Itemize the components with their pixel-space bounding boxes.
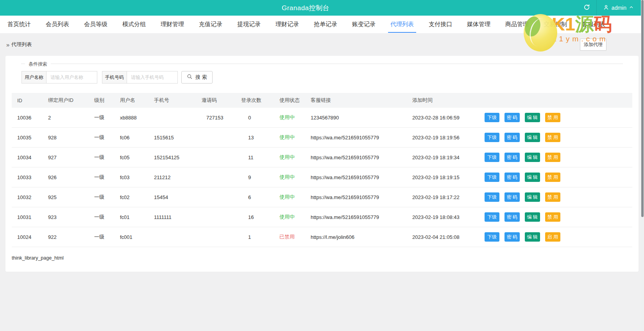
sub-agent-button[interactable]: 下级 xyxy=(485,212,499,222)
password-button[interactable]: 密 码 xyxy=(504,192,520,202)
search-button[interactable]: 搜 索 xyxy=(181,71,213,84)
nav-item[interactable]: 媒体管理 xyxy=(460,16,498,33)
cell-invite-code xyxy=(196,128,236,148)
cell-bind-uid: 922 xyxy=(43,227,89,247)
toggle-button[interactable]: 禁 用 xyxy=(545,133,560,142)
column-header: ID xyxy=(12,93,43,108)
edit-button[interactable]: 编 辑 xyxy=(525,173,540,182)
cell-service-link: https://wa.me/5216591055779 xyxy=(305,148,407,167)
nav-item-label: 客服列表 xyxy=(582,21,605,28)
cell-created-at: 2023-02-04 21:05:08 xyxy=(407,227,479,247)
nav-item[interactable]: 抢单记录 xyxy=(306,16,345,33)
refresh-button[interactable] xyxy=(577,0,596,16)
footer-text: think_library_page_html xyxy=(12,255,632,261)
password-button[interactable]: 密 码 xyxy=(504,232,520,242)
sub-agent-button[interactable]: 下级 xyxy=(485,232,499,242)
nav-item[interactable]: 会员列表 xyxy=(38,16,77,33)
username-group: 用户名称 xyxy=(21,71,97,84)
phone-input[interactable] xyxy=(127,71,178,84)
column-header: 使用状态 xyxy=(274,93,305,108)
app-title: Granada控制台 xyxy=(282,4,329,12)
nav-item[interactable]: 首页统计 xyxy=(0,16,38,33)
cell-id: 10024 xyxy=(12,227,43,247)
agents-table: ID绑定用户ID级别用户名手机号邀请码登录次数使用状态客服链接添加时间 1003… xyxy=(12,93,632,247)
table-row: 10032 925 一级 fc02 15454 6 使用中 https://wa… xyxy=(12,187,632,207)
cell-level: 一级 xyxy=(89,108,114,128)
breadcrumb: 代理列表 xyxy=(11,41,32,48)
nav-item[interactable]: 支付接口 xyxy=(421,16,460,33)
topbar-actions: admin xyxy=(577,0,640,16)
cell-bind-uid: 928 xyxy=(43,128,89,148)
nav-item-label: 支付接口 xyxy=(429,21,452,28)
cell-username: fc06 xyxy=(114,128,148,148)
nav-item[interactable]: 模式分组 xyxy=(115,16,153,33)
table-row: 10034 927 一级 fc05 152154125 11 使用中 https… xyxy=(12,148,632,167)
toggle-button[interactable]: 禁 用 xyxy=(545,113,560,122)
cell-invite-code xyxy=(196,207,236,227)
add-agent-button[interactable]: 添加代理 xyxy=(580,39,606,51)
cell-service-link: https://l.me/jolin606 xyxy=(305,227,407,247)
toggle-button[interactable]: 启 用 xyxy=(545,232,560,242)
search-legend: 条件搜索 xyxy=(25,61,51,68)
sub-agent-button[interactable]: 下级 xyxy=(485,153,499,162)
cell-service-link: 1234567890 xyxy=(305,108,407,128)
cell-phone xyxy=(148,227,196,247)
cell-actions: 下级 密 码 编 辑 禁 用 xyxy=(479,108,632,128)
nav-item[interactable]: 商品管理 xyxy=(498,16,536,33)
sub-agent-button[interactable]: 下级 xyxy=(485,173,499,182)
username-label: 用户名称 xyxy=(21,71,46,84)
nav-item[interactable]: 代理列表 xyxy=(383,16,421,33)
toggle-button[interactable]: 禁 用 xyxy=(545,192,560,202)
column-header: 用户名 xyxy=(114,93,148,108)
scrollbar-thumb[interactable] xyxy=(641,0,644,217)
nav-item[interactable]: 客服列表 xyxy=(574,16,613,33)
nav-item[interactable]: 理财管理 xyxy=(153,16,191,33)
password-button[interactable]: 密 码 xyxy=(504,113,520,122)
cell-created-at: 2023-02-19 18:19:34 xyxy=(407,148,479,167)
nav-item[interactable]: 充值记录 xyxy=(191,16,230,33)
nav-item-label: 交易控制 xyxy=(544,21,567,28)
nav-item[interactable]: 会员等级 xyxy=(77,16,115,33)
cell-actions: 下级 密 码 编 辑 禁 用 xyxy=(479,187,632,207)
scrollbar[interactable] xyxy=(641,0,644,331)
nav-item[interactable]: 提现记录 xyxy=(230,16,268,33)
password-button[interactable]: 密 码 xyxy=(504,153,520,162)
table-row: 10024 922 一级 fc001 1 已禁用 https://l.me/jo… xyxy=(12,227,632,247)
edit-button[interactable]: 编 辑 xyxy=(525,212,540,222)
password-button[interactable]: 密 码 xyxy=(504,173,520,182)
cell-phone xyxy=(148,108,196,128)
cell-id: 10034 xyxy=(12,148,43,167)
password-button[interactable]: 密 码 xyxy=(504,133,520,142)
username-input[interactable] xyxy=(46,71,97,84)
cell-id: 10036 xyxy=(12,108,43,128)
sub-agent-button[interactable]: 下级 xyxy=(485,133,499,142)
cell-username: fc01 xyxy=(114,207,148,227)
toggle-button[interactable]: 禁 用 xyxy=(545,173,560,182)
toggle-button[interactable]: 禁 用 xyxy=(545,153,560,162)
edit-button[interactable]: 编 辑 xyxy=(525,232,540,242)
nav-item[interactable]: 账变记录 xyxy=(345,16,383,33)
edit-button[interactable]: 编 辑 xyxy=(525,113,540,122)
nav-item-label: 抢单记录 xyxy=(314,21,337,28)
sub-agent-button[interactable]: 下级 xyxy=(485,113,499,122)
status-badge: 使用中 xyxy=(279,214,295,220)
password-button[interactable]: 密 码 xyxy=(504,212,520,222)
double-angle-icon: » xyxy=(6,41,9,48)
toggle-button[interactable]: 禁 用 xyxy=(545,212,560,222)
cell-created-at: 2023-02-19 18:08:43 xyxy=(407,207,479,227)
cell-login-count: 16 xyxy=(236,207,274,227)
edit-button[interactable]: 编 辑 xyxy=(525,153,540,162)
status-badge: 使用中 xyxy=(279,174,295,180)
nav-item[interactable]: 交易控制 xyxy=(536,16,574,33)
cell-phone: 1515615 xyxy=(148,128,196,148)
nav-item[interactable]: 理财记录 xyxy=(268,16,306,33)
cell-phone: 152154125 xyxy=(148,148,196,167)
nav-item-label: 会员等级 xyxy=(84,21,107,28)
cell-phone: 211212 xyxy=(148,167,196,187)
sub-agent-button[interactable]: 下级 xyxy=(485,192,499,202)
edit-button[interactable]: 编 辑 xyxy=(525,192,540,202)
cell-login-count: 13 xyxy=(236,128,274,148)
status-badge: 使用中 xyxy=(279,114,295,120)
admin-menu[interactable]: admin xyxy=(597,0,640,16)
edit-button[interactable]: 编 辑 xyxy=(525,133,540,142)
